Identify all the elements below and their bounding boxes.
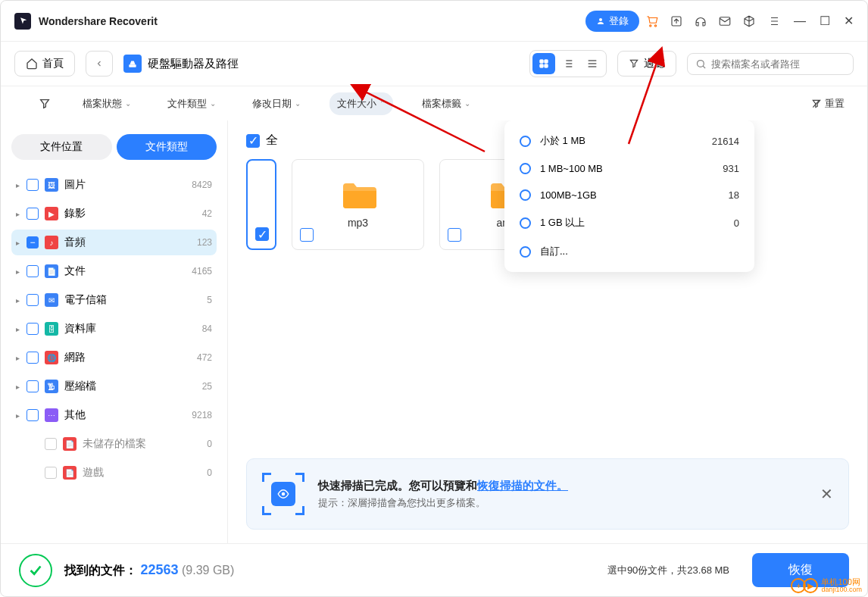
category-icon: ▶ xyxy=(45,207,58,220)
close-button[interactable]: ✕ xyxy=(844,14,854,28)
size-option-4[interactable]: 自訂... xyxy=(504,237,754,266)
content-area: ✓ 全 ✓ mp3 amr 小於 1 MB 21614 1 MB~100 MB … xyxy=(228,120,867,543)
svg-point-1 xyxy=(650,24,651,26)
checkbox[interactable] xyxy=(45,438,57,450)
banner-close-button[interactable]: ✕ xyxy=(820,485,833,503)
filter-size[interactable]: 文件大小⌃ xyxy=(329,92,393,115)
mail-icon[interactable] xyxy=(718,14,732,28)
filter-status[interactable]: 檔案狀態⌄ xyxy=(75,92,139,115)
category-icon: 🗄 xyxy=(45,322,58,336)
app-title: Wondershare Recoverit xyxy=(39,15,158,27)
sidebar-item-2[interactable]: ▸ − ♪ 音頻 123 xyxy=(11,230,217,255)
checkbox[interactable] xyxy=(27,179,39,191)
filter-type[interactable]: 文件類型⌄ xyxy=(160,92,223,115)
category-count: 84 xyxy=(202,324,212,334)
category-label: 文件 xyxy=(64,264,192,278)
maximize-button[interactable]: ☐ xyxy=(820,14,830,28)
checkbox[interactable] xyxy=(27,323,39,335)
filter-date[interactable]: 修改日期⌄ xyxy=(245,92,308,115)
check-icon xyxy=(19,554,52,587)
select-all-checkbox[interactable]: ✓ xyxy=(246,134,260,148)
cube-icon[interactable] xyxy=(742,14,756,28)
back-button[interactable] xyxy=(86,51,113,77)
radio-icon xyxy=(520,217,531,229)
category-label: 圖片 xyxy=(64,178,192,192)
sidebar-item-7[interactable]: ▸ 🗜 壓縮檔 25 xyxy=(11,374,217,399)
detail-view-button[interactable] xyxy=(581,53,604,74)
filter-button[interactable]: 過濾 xyxy=(617,51,676,77)
checkbox[interactable] xyxy=(27,409,39,421)
sidebar-sub-1[interactable]: 📄 遊戲 0 xyxy=(11,460,217,486)
home-label: 首頁 xyxy=(42,57,64,70)
radio-icon xyxy=(520,189,531,201)
checkbox[interactable] xyxy=(27,208,39,220)
sidebar-item-4[interactable]: ▸ ✉ 電子信箱 5 xyxy=(11,287,217,313)
category-count: 42 xyxy=(202,208,212,219)
size-label: 1 MB~100 MB xyxy=(540,163,723,174)
menu-icon[interactable] xyxy=(767,14,780,28)
scan-complete-banner: 快速掃描已完成。您可以預覽和恢復掃描的文件。 提示：深層掃描會為您找出更多檔案。… xyxy=(246,458,849,530)
sidebar-item-1[interactable]: ▸ ▶ 錄影 42 xyxy=(11,201,217,227)
sidebar-item-3[interactable]: ▸ 📄 文件 4165 xyxy=(11,258,217,284)
drive-icon xyxy=(123,55,142,73)
tab-file-type[interactable]: 文件類型 xyxy=(117,134,217,160)
sidebar-item-8[interactable]: ▸ ⋯ 其他 9218 xyxy=(11,402,217,428)
checkbox[interactable] xyxy=(27,294,39,306)
recover-link[interactable]: 恢復掃描的文件。 xyxy=(477,479,568,492)
category-icon: ⋯ xyxy=(45,408,58,422)
category-count: 0 xyxy=(207,439,212,449)
folder-checkbox[interactable] xyxy=(300,228,314,242)
svg-point-0 xyxy=(599,18,602,21)
banner-subtitle: 提示：深層掃描會為您找出更多檔案。 xyxy=(318,496,807,510)
category-count: 5 xyxy=(207,295,212,305)
sidebar-item-6[interactable]: ▸ 🌐 網路 472 xyxy=(11,345,217,370)
size-option-0[interactable]: 小於 1 MB 21614 xyxy=(504,127,754,155)
size-label: 自訂... xyxy=(540,245,739,258)
app-logo-icon xyxy=(14,13,31,30)
location-text: 硬盤驅動器及路徑 xyxy=(148,57,239,71)
folder-card-mp3[interactable]: mp3 xyxy=(292,159,424,250)
sidebar-item-5[interactable]: ▸ 🗄 資料庫 84 xyxy=(11,316,217,342)
toolbar: 首頁 硬盤驅動器及路徑 過濾 xyxy=(1,42,867,86)
size-count: 0 xyxy=(734,217,739,229)
reset-label: 重置 xyxy=(825,97,845,111)
sidebar-sub-0[interactable]: 📄 未儲存的檔案 0 xyxy=(11,431,217,457)
cart-icon[interactable] xyxy=(645,14,659,28)
filter-label: 過濾 xyxy=(644,57,665,70)
category-icon: 🖼 xyxy=(45,178,58,192)
login-label: 登錄 xyxy=(609,14,629,28)
minimize-button[interactable]: — xyxy=(794,14,806,28)
size-option-1[interactable]: 1 MB~100 MB 931 xyxy=(504,155,754,182)
filter-tags[interactable]: 檔案標籤⌄ xyxy=(414,92,478,115)
folder-checkbox[interactable] xyxy=(448,228,461,242)
checkbox[interactable] xyxy=(27,380,39,392)
category-icon: ♪ xyxy=(45,236,58,249)
checkbox[interactable]: − xyxy=(27,236,39,248)
category-label: 音頻 xyxy=(64,236,197,249)
tab-file-location[interactable]: 文件位置 xyxy=(11,134,112,160)
checkbox[interactable] xyxy=(45,467,57,479)
category-count: 123 xyxy=(197,237,212,248)
size-option-2[interactable]: 100MB~1GB 18 xyxy=(504,182,754,208)
headphone-icon[interactable] xyxy=(694,14,707,28)
sidebar-item-0[interactable]: ▸ 🖼 圖片 8429 xyxy=(11,172,217,198)
category-count: 9218 xyxy=(192,410,212,420)
folder-card-hidden[interactable]: ✓ xyxy=(246,159,276,250)
login-button[interactable]: 登錄 xyxy=(585,11,639,32)
search-input[interactable] xyxy=(711,58,845,70)
size-label: 小於 1 MB xyxy=(540,134,712,148)
share-icon[interactable] xyxy=(670,14,683,28)
checkbox[interactable] xyxy=(27,352,39,364)
list-view-button[interactable] xyxy=(557,53,579,74)
category-label: 其他 xyxy=(64,408,192,422)
home-button[interactable]: 首頁 xyxy=(14,51,75,77)
category-count: 25 xyxy=(202,381,212,392)
category-label: 網路 xyxy=(64,351,197,364)
search-box[interactable] xyxy=(687,53,854,75)
reset-button[interactable]: 重置 xyxy=(811,97,845,111)
checkbox[interactable] xyxy=(27,265,39,277)
svg-rect-7 xyxy=(545,60,548,64)
breadcrumb: 硬盤驅動器及路徑 xyxy=(123,55,239,73)
size-option-3[interactable]: 1 GB 以上 0 xyxy=(504,208,754,237)
grid-view-button[interactable] xyxy=(532,53,555,74)
